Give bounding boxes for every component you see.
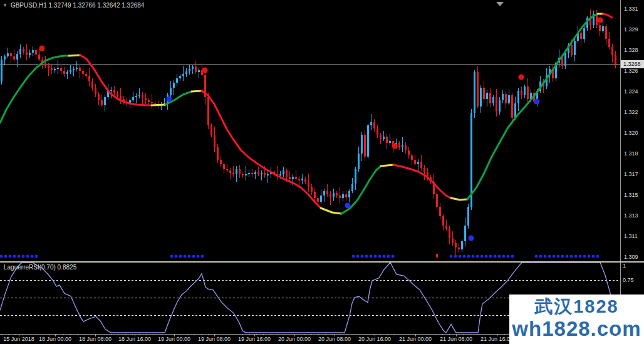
trend-marker-dot	[26, 255, 29, 258]
candle-body	[279, 174, 281, 175]
candle-body	[474, 72, 475, 113]
candle-body	[561, 58, 563, 66]
candle-body	[23, 49, 24, 52]
candle-body	[489, 93, 491, 103]
trend-marker-dot	[35, 255, 38, 258]
buy-signal-dot	[469, 236, 474, 241]
candle-body	[521, 91, 522, 95]
buy-signal-dot	[534, 99, 540, 105]
ma-line-yellow	[451, 198, 467, 200]
trend-marker-dot	[175, 255, 178, 258]
candle-body	[314, 192, 316, 198]
sell-signal-dot	[598, 18, 603, 23]
ma-line-red	[202, 91, 321, 208]
candle-body	[583, 28, 585, 39]
candle-body	[170, 88, 172, 95]
time-label: 18 Jun 16:00	[118, 336, 151, 342]
candle-body	[402, 145, 403, 147]
price-label: 1.329	[624, 26, 638, 33]
trend-marker-dot	[557, 255, 560, 258]
candle-body	[436, 194, 438, 207]
candle-body	[358, 154, 360, 169]
price-label: 1.313	[624, 212, 638, 219]
trend-marker-dot	[4, 255, 8, 258]
time-label: 15 Jun 2018	[3, 336, 34, 342]
candle-body	[4, 56, 6, 60]
trend-marker-dot	[184, 255, 187, 258]
time-label: 20 Jun 00:00	[278, 336, 311, 342]
price-label: 1.317	[624, 171, 638, 177]
symbol-ohlc-text: GBPUSD,H1 1.32749 1.32766 1.32642 1.3268…	[11, 2, 145, 9]
candle-body	[602, 26, 604, 31]
candle-body	[257, 172, 259, 174]
trend-marker-dot	[539, 255, 543, 258]
candle-body	[483, 88, 485, 99]
trend-marker-dot	[592, 255, 595, 258]
price-label: 1.311	[624, 233, 638, 239]
candle-body	[492, 97, 494, 103]
candle-body	[480, 88, 482, 107]
candle-body	[580, 33, 582, 39]
ma-line-yellow	[69, 55, 80, 56]
candle-body	[339, 195, 341, 198]
candle-body	[405, 145, 407, 150]
candle-body	[29, 53, 31, 55]
indicator-separator[interactable]	[0, 261, 644, 263]
object-triangle-marker[interactable]	[496, 2, 504, 6]
watermark: 武汉1828 wh1828.com	[509, 294, 644, 344]
price-label: 1.318	[624, 150, 638, 157]
candle-body	[524, 86, 526, 95]
trend-marker-dot	[579, 255, 582, 258]
candle-body	[351, 184, 353, 191]
trend-marker-dot	[553, 255, 556, 258]
trend-marker-dot	[188, 255, 191, 258]
candle-body	[60, 68, 62, 71]
candle-body	[323, 191, 325, 195]
watermark-line1: 武汉1828	[509, 296, 644, 317]
candle-body	[408, 150, 410, 155]
candle-body	[7, 53, 9, 56]
candle-body	[326, 191, 328, 194]
trend-marker-dot	[9, 255, 12, 258]
time-label: 20 Jun 08:00	[318, 336, 351, 342]
candle-body	[88, 76, 90, 81]
candle-body	[308, 182, 309, 187]
candle-body	[292, 177, 294, 179]
trend-marker-dot	[387, 255, 390, 258]
candle-body	[32, 50, 34, 53]
candle-body	[176, 78, 178, 83]
candle-body	[254, 172, 256, 174]
price-axis[interactable]: 1.3311.3291.3281.3261.3241.3221.3201.318…	[620, 0, 644, 334]
candle-body	[73, 69, 75, 70]
trend-marker-dot	[467, 255, 470, 258]
candle-body	[286, 170, 288, 177]
chart-canvas[interactable]	[0, 0, 644, 344]
trend-marker-dot	[574, 255, 578, 258]
candle-body	[10, 53, 12, 56]
candle-body	[217, 147, 219, 160]
symbol-dropdown-icon[interactable]: ▼	[3, 3, 8, 8]
time-label: 19 Jun 08:00	[198, 336, 231, 342]
candle-body	[63, 71, 65, 74]
candle-body	[499, 100, 501, 112]
candle-body	[132, 97, 134, 100]
candle-body	[189, 69, 190, 71]
candle-body	[110, 90, 112, 91]
candle-body	[135, 96, 137, 97]
buy-signal-dot	[167, 96, 172, 102]
price-label: 1.309	[624, 254, 638, 260]
candle-body	[79, 68, 81, 71]
trend-marker-dot	[392, 255, 395, 258]
candle-body	[464, 226, 466, 241]
candle-body	[210, 125, 212, 135]
candle-body	[236, 169, 237, 174]
candle-body	[449, 229, 450, 238]
current-price-box: 1.3268	[621, 60, 644, 68]
candle-body	[304, 179, 306, 182]
buy-signal-dot	[345, 203, 351, 209]
candle-body	[38, 55, 40, 60]
candle-body	[232, 173, 234, 174]
candle-body	[98, 94, 100, 100]
trend-marker-dot	[583, 255, 586, 258]
trend-marker-dot	[472, 255, 475, 258]
